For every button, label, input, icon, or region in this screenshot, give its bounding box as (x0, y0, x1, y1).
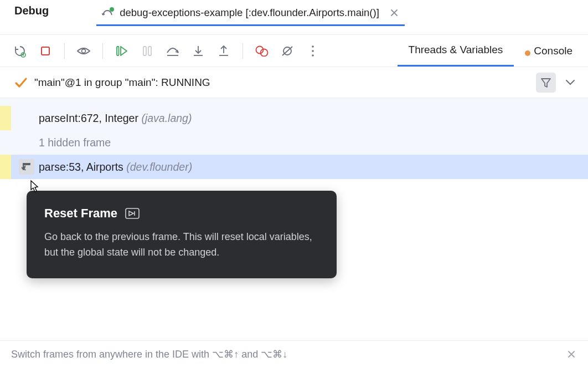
more-icon[interactable] (305, 43, 321, 59)
check-icon (14, 76, 28, 89)
shortcut-icon (125, 208, 140, 219)
breakpoints-icon[interactable] (254, 43, 270, 59)
tip-text: Switch frames from anywhere in the IDE w… (11, 348, 287, 360)
frame-package: (dev.flounder) (126, 161, 192, 174)
thread-selector-row[interactable]: "main"@1 in group "main": RUNNING (0, 67, 588, 98)
frames-panel: parseInt:672, Integer (java.lang) 1 hidd… (0, 98, 588, 179)
debug-toolbar: Threads & Variables Console (0, 34, 588, 67)
run-config-tab-label: debug-exceptions-example [:dev.flounder.… (120, 7, 379, 19)
svg-point-4 (82, 49, 86, 53)
resume-icon[interactable] (114, 43, 130, 59)
step-over-icon[interactable] (165, 43, 180, 59)
filter-button[interactable] (536, 73, 556, 93)
gutter-marker (0, 106, 11, 130)
tab-label: Console (534, 45, 572, 57)
debug-panel-title: Debug (14, 4, 49, 17)
stop-icon[interactable] (38, 43, 53, 59)
chevron-down-icon[interactable] (563, 79, 578, 86)
separator (64, 43, 65, 59)
thread-status-text: "main"@1 in group "main": RUNNING (34, 77, 210, 89)
tip-bar: Switch frames from anywhere in the IDE w… (0, 340, 588, 367)
separator (102, 43, 103, 59)
stack-frame-row[interactable]: parseInt:672, Integer (java.lang) (0, 106, 588, 130)
hidden-frames-row[interactable]: 1 hidden frame (0, 130, 588, 155)
hidden-frame-label: 1 hidden frame (39, 136, 111, 149)
frame-package: (java.lang) (141, 112, 192, 125)
run-config-tab[interactable]: debug-exceptions-example [:dev.flounder.… (96, 4, 405, 26)
svg-point-0 (110, 7, 114, 12)
svg-rect-5 (117, 47, 119, 55)
frame-method: parse:53, Airports (39, 161, 123, 174)
tooltip-body-text: Go back to the previous frame. This will… (44, 230, 321, 261)
view-icon[interactable] (76, 43, 91, 59)
svg-point-17 (312, 45, 314, 48)
svg-point-2 (23, 54, 24, 55)
pointer-cursor-icon (27, 180, 41, 194)
close-tab-icon[interactable] (389, 8, 399, 18)
tab-console[interactable]: Console (514, 35, 584, 67)
reset-frame-button[interactable] (19, 159, 34, 175)
rerun-icon[interactable] (12, 43, 28, 59)
console-activity-indicator-icon (525, 50, 530, 56)
mute-breakpoints-icon[interactable] (280, 43, 295, 59)
pause-icon[interactable] (140, 43, 155, 59)
tooltip-title-text: Reset Frame (44, 206, 117, 221)
tab-label: Threads & Variables (409, 44, 503, 56)
step-out-icon[interactable] (216, 43, 231, 59)
svg-point-18 (312, 50, 314, 52)
svg-rect-20 (126, 208, 139, 218)
step-into-icon[interactable] (190, 43, 206, 59)
separator (243, 43, 243, 59)
svg-rect-7 (148, 47, 151, 55)
runner-icon (102, 7, 114, 18)
svg-point-19 (312, 54, 314, 57)
frame-method: parseInt:672, Integer (39, 112, 138, 125)
gutter-marker (0, 155, 11, 179)
stack-frame-row[interactable]: parse:53, Airports (dev.flounder) (0, 155, 588, 179)
svg-rect-6 (143, 47, 146, 55)
close-tip-icon[interactable] (566, 349, 577, 360)
tab-threads-variables[interactable]: Threads & Variables (398, 35, 514, 67)
svg-rect-3 (42, 47, 49, 55)
reset-frame-tooltip: Reset Frame Go back to the previous fram… (27, 191, 337, 278)
